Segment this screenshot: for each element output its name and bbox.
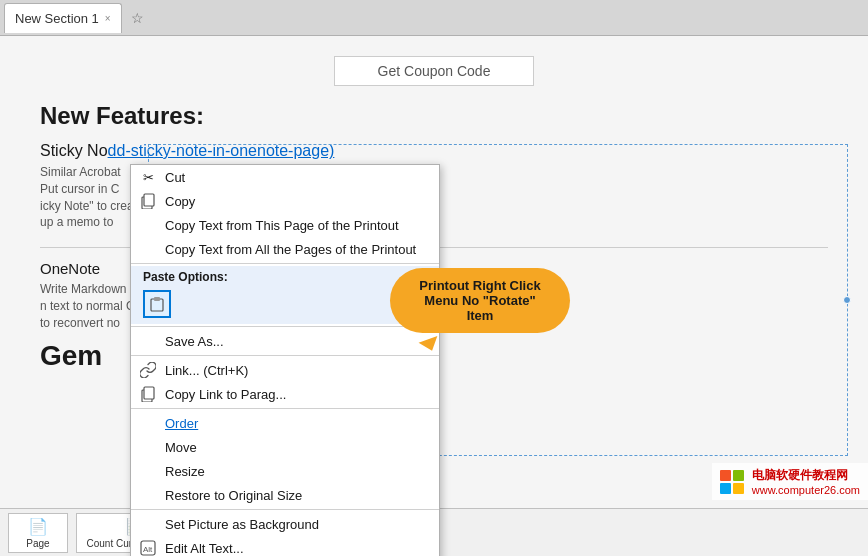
svg-rect-3 — [154, 297, 160, 301]
menu-item-order[interactable]: Order — [131, 411, 439, 435]
callout-line3: Item — [406, 308, 554, 323]
menu-item-copy-text-page[interactable]: Copy Text from This Page of the Printout — [131, 213, 439, 237]
save-as-icon — [139, 332, 157, 350]
cut-icon: ✂ — [139, 168, 157, 186]
callout-bubble: Printout Right Click Menu No "Rotate" It… — [390, 268, 570, 333]
tab-bar: New Section 1 × ☆ — [0, 0, 868, 36]
svg-text:Alt: Alt — [143, 545, 153, 554]
menu-item-move[interactable]: Move — [131, 435, 439, 459]
menu-sep-3 — [131, 355, 439, 356]
context-menu: ✂ Cut Copy Copy Text from This Page of t… — [130, 164, 440, 556]
menu-sep-2 — [131, 326, 439, 327]
windows-logo — [720, 470, 744, 494]
new-features-heading: New Features: — [40, 102, 828, 130]
edit-alt-icon: Alt — [139, 539, 157, 556]
get-coupon-btn[interactable]: Get Coupon Code — [334, 56, 534, 86]
order-icon — [139, 414, 157, 432]
win-sq-yellow — [733, 483, 744, 494]
menu-sep-5 — [131, 509, 439, 510]
watermark-url: www.computer26.com — [752, 484, 860, 496]
main-content: Get Coupon Code New Features: Sticky Nod… — [0, 36, 868, 556]
win-sq-red — [720, 470, 731, 481]
menu-sep-1 — [131, 263, 439, 264]
copy-link-icon — [139, 385, 157, 403]
callout-line2: Menu No "Rotate" — [406, 293, 554, 308]
sticky-note-title: Sticky Nodd-sticky-note-in-onenote-page) — [40, 142, 828, 160]
tab-new-section[interactable]: New Section 1 × — [4, 3, 122, 33]
menu-item-restore[interactable]: Restore to Original Size — [131, 483, 439, 507]
callout-line1: Printout Right Click — [406, 278, 554, 293]
watermark-site: 电脑软硬件教程网 — [752, 467, 860, 484]
watermark: 电脑软硬件教程网 www.computer26.com — [712, 463, 868, 500]
win-sq-blue — [720, 483, 731, 494]
menu-item-set-background[interactable]: Set Picture as Background — [131, 512, 439, 536]
menu-item-copy[interactable]: Copy — [131, 189, 439, 213]
win-sq-green — [733, 470, 744, 481]
tab-close-button[interactable]: × — [105, 13, 111, 24]
set-background-icon — [139, 515, 157, 533]
menu-item-link[interactable]: Link... (Ctrl+K) — [131, 358, 439, 382]
menu-sep-4 — [131, 408, 439, 409]
selection-handle-right — [843, 296, 851, 304]
watermark-text: 电脑软硬件教程网 www.computer26.com — [752, 467, 860, 496]
menu-item-copy-text-all[interactable]: Copy Text from All the Pages of the Prin… — [131, 237, 439, 261]
restore-icon — [139, 486, 157, 504]
paste-icon-btn-1[interactable] — [143, 290, 171, 318]
tab-label: New Section 1 — [15, 11, 99, 26]
copy-icon — [139, 192, 157, 210]
svg-rect-5 — [144, 387, 154, 399]
tab-add-button[interactable]: ☆ — [126, 6, 150, 30]
paste-options-header: Paste Options: — [131, 268, 439, 286]
copy-text-all-icon — [139, 240, 157, 258]
page-icon: 📄 — [28, 517, 48, 536]
move-icon — [139, 438, 157, 456]
sticky-note-link[interactable]: dd-sticky-note-in-onenote-page) — [108, 142, 335, 159]
copy-text-page-icon — [139, 216, 157, 234]
menu-item-cut[interactable]: ✂ Cut — [131, 165, 439, 189]
page-button[interactable]: 📄 Page — [8, 513, 68, 553]
menu-item-edit-alt[interactable]: Alt Edit Alt Text... — [131, 536, 439, 556]
menu-item-save-as[interactable]: Save As... — [131, 329, 439, 353]
resize-icon — [139, 462, 157, 480]
page-label: Page — [26, 538, 49, 549]
link-icon — [139, 361, 157, 379]
svg-rect-1 — [144, 194, 154, 206]
menu-item-copy-link[interactable]: Copy Link to Parag... — [131, 382, 439, 406]
menu-item-resize[interactable]: Resize — [131, 459, 439, 483]
